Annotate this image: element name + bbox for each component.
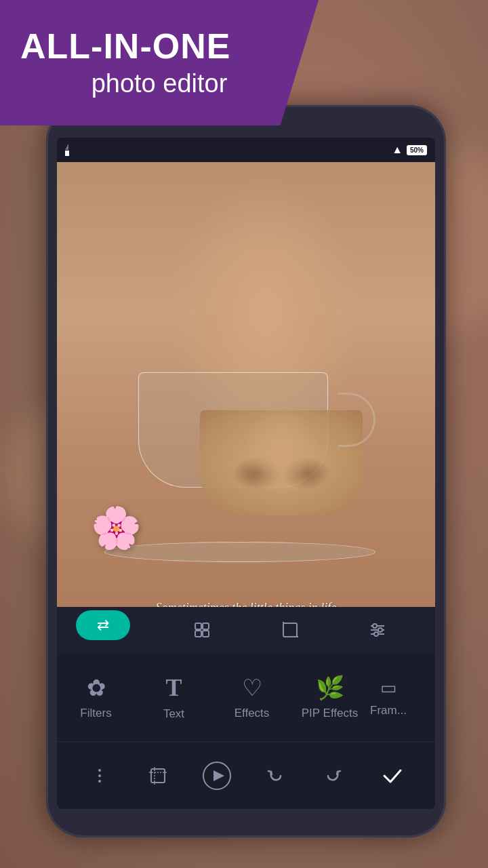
pip-effects-label: PIP Effects <box>302 707 358 720</box>
svg-point-13 <box>378 628 382 632</box>
play-button[interactable] <box>200 759 234 793</box>
svg-rect-3 <box>203 623 209 629</box>
signal-icon <box>65 144 76 156</box>
fix-tool[interactable] <box>186 614 218 646</box>
shuffle-icon: ⇄ <box>97 616 109 634</box>
status-right: ▲ 50% <box>392 144 427 156</box>
phone-screen: ▲ 50% 🌸 Sometimet <box>57 138 435 809</box>
tab-filters[interactable]: ✿ Filters <box>57 653 135 741</box>
photo-canvas[interactable]: 🌸 Sometimetimes the little things in lif… <box>57 162 435 664</box>
filters-icon: ✿ <box>87 674 106 701</box>
promo-banner: ALL-IN-ONE photo editor <box>0 0 319 125</box>
tea-cup-overlay: 🌸 <box>91 338 403 562</box>
filters-label: Filters <box>80 707 111 720</box>
bottom-tabs: ✿ Filters T Text ♡ Effects 🌿 PIP Effects… <box>57 653 435 741</box>
redo-button[interactable] <box>317 759 350 793</box>
battery-indicator: 50% <box>407 145 427 155</box>
tab-effects[interactable]: ♡ Effects <box>213 653 291 741</box>
svg-point-12 <box>373 624 377 628</box>
svg-rect-5 <box>203 631 209 637</box>
shuffle-button[interactable]: ⇄ <box>76 610 130 640</box>
banner-title-line1: ALL-IN-ONE <box>20 27 298 66</box>
cup-handle <box>338 393 375 447</box>
svg-point-16 <box>98 774 101 777</box>
effects-label: Effects <box>235 707 270 720</box>
frames-icon: ▭ <box>380 677 397 698</box>
svg-marker-1 <box>65 144 68 150</box>
svg-marker-22 <box>214 770 224 781</box>
svg-marker-0 <box>65 151 69 156</box>
tab-frames[interactable]: ▭ Fram... <box>369 653 408 741</box>
menu-button[interactable] <box>83 759 117 793</box>
sliders-tool[interactable] <box>361 614 394 646</box>
text-icon: T <box>165 673 182 702</box>
wifi-icon: ▲ <box>392 144 403 156</box>
frames-label: Fram... <box>370 704 407 717</box>
text-label: Text <box>163 707 184 721</box>
confirm-button[interactable] <box>375 759 409 793</box>
svg-rect-18 <box>151 769 165 783</box>
crop-tool[interactable] <box>274 614 306 646</box>
svg-point-17 <box>98 780 101 783</box>
cup-saucer <box>104 542 375 562</box>
svg-rect-2 <box>195 623 201 629</box>
svg-rect-6 <box>283 623 297 637</box>
undo-button[interactable] <box>258 759 292 793</box>
crop-button[interactable] <box>141 759 175 793</box>
banner-title-line2: photo editor <box>20 69 298 98</box>
tab-text[interactable]: T Text <box>135 653 213 741</box>
status-bar: ▲ 50% <box>57 138 435 162</box>
flower-decoration: 🌸 <box>91 508 142 549</box>
pip-effects-icon: 🌿 <box>316 674 344 701</box>
effects-icon: ♡ <box>242 674 262 701</box>
svg-rect-4 <box>195 631 201 637</box>
cup-body <box>138 372 328 488</box>
phone-frame: ▲ 50% 🌸 Sometimet <box>46 105 446 837</box>
svg-point-14 <box>374 632 378 636</box>
tab-pip-effects[interactable]: 🌿 PIP Effects <box>291 653 369 741</box>
action-bar <box>57 741 435 809</box>
svg-point-15 <box>98 769 101 772</box>
